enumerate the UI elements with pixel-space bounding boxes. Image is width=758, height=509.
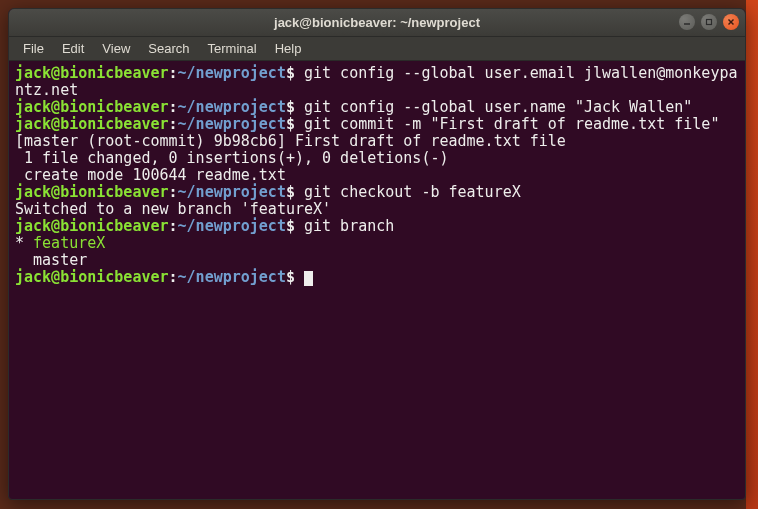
window-title: jack@bionicbeaver: ~/newproject — [274, 15, 480, 30]
prompt-user-host: jack@bionicbeaver — [15, 268, 169, 286]
menu-help[interactable]: Help — [267, 39, 310, 58]
prompt-user-host: jack@bionicbeaver — [15, 64, 169, 82]
menu-terminal[interactable]: Terminal — [200, 39, 265, 58]
prompt-user-host: jack@bionicbeaver — [15, 115, 169, 133]
menu-file[interactable]: File — [15, 39, 52, 58]
terminal-line: jack@bionicbeaver:~/newproject$ — [15, 269, 739, 286]
cursor — [304, 271, 313, 286]
terminal-line: master — [15, 252, 739, 269]
prompt-symbol: $ — [286, 115, 295, 133]
prompt-symbol: $ — [286, 217, 295, 235]
command-text — [295, 268, 304, 286]
close-button[interactable] — [723, 14, 739, 30]
window-controls — [679, 14, 739, 30]
menubar: File Edit View Search Terminal Help — [9, 37, 745, 61]
active-branch: featureX — [33, 234, 105, 252]
prompt-user-host: jack@bionicbeaver — [15, 217, 169, 235]
prompt-user-host: jack@bionicbeaver — [15, 98, 169, 116]
terminal-line: 1 file changed, 0 insertions(+), 0 delet… — [15, 150, 739, 167]
prompt-path: ~/newproject — [178, 217, 286, 235]
command-text: git commit -m "First draft of readme.txt… — [295, 115, 719, 133]
prompt-path: ~/newproject — [178, 115, 286, 133]
terminal-line: jack@bionicbeaver:~/newproject$ git conf… — [15, 99, 739, 116]
prompt-user-host: jack@bionicbeaver — [15, 183, 169, 201]
prompt-symbol: $ — [286, 268, 295, 286]
prompt-path: ~/newproject — [178, 268, 286, 286]
terminal-line: * featureX — [15, 235, 739, 252]
prompt-separator: : — [169, 115, 178, 133]
branch-marker: * — [15, 234, 33, 252]
prompt-symbol: $ — [286, 64, 295, 82]
terminal-window: jack@bionicbeaver: ~/newproject File Edi… — [8, 8, 746, 500]
prompt-separator: : — [169, 98, 178, 116]
menu-view[interactable]: View — [94, 39, 138, 58]
prompt-symbol: $ — [286, 98, 295, 116]
prompt-symbol: $ — [286, 183, 295, 201]
terminal-line: Switched to a new branch 'featureX' — [15, 201, 739, 218]
close-icon — [727, 18, 735, 26]
command-text: git config --global user.name "Jack Wall… — [295, 98, 692, 116]
prompt-separator: : — [169, 217, 178, 235]
svg-rect-1 — [707, 20, 712, 25]
prompt-path: ~/newproject — [178, 183, 286, 201]
desktop-background-stripe — [746, 0, 758, 509]
maximize-button[interactable] — [701, 14, 717, 30]
terminal-line: create mode 100644 readme.txt — [15, 167, 739, 184]
minimize-button[interactable] — [679, 14, 695, 30]
window-titlebar[interactable]: jack@bionicbeaver: ~/newproject — [9, 9, 745, 37]
terminal-line: jack@bionicbeaver:~/newproject$ git bran… — [15, 218, 739, 235]
terminal-body[interactable]: jack@bionicbeaver:~/newproject$ git conf… — [9, 61, 745, 290]
command-text: git checkout -b featureX — [295, 183, 521, 201]
terminal-line: [master (root-commit) 9b98cb6] First dra… — [15, 133, 739, 150]
minimize-icon — [683, 18, 691, 26]
menu-edit[interactable]: Edit — [54, 39, 92, 58]
prompt-separator: : — [169, 183, 178, 201]
prompt-path: ~/newproject — [178, 64, 286, 82]
menu-search[interactable]: Search — [140, 39, 197, 58]
maximize-icon — [705, 18, 713, 26]
terminal-line: jack@bionicbeaver:~/newproject$ git chec… — [15, 184, 739, 201]
terminal-line: jack@bionicbeaver:~/newproject$ git conf… — [15, 65, 739, 99]
terminal-line: jack@bionicbeaver:~/newproject$ git comm… — [15, 116, 739, 133]
command-text: git branch — [295, 217, 394, 235]
prompt-separator: : — [169, 268, 178, 286]
prompt-separator: : — [169, 64, 178, 82]
prompt-path: ~/newproject — [178, 98, 286, 116]
